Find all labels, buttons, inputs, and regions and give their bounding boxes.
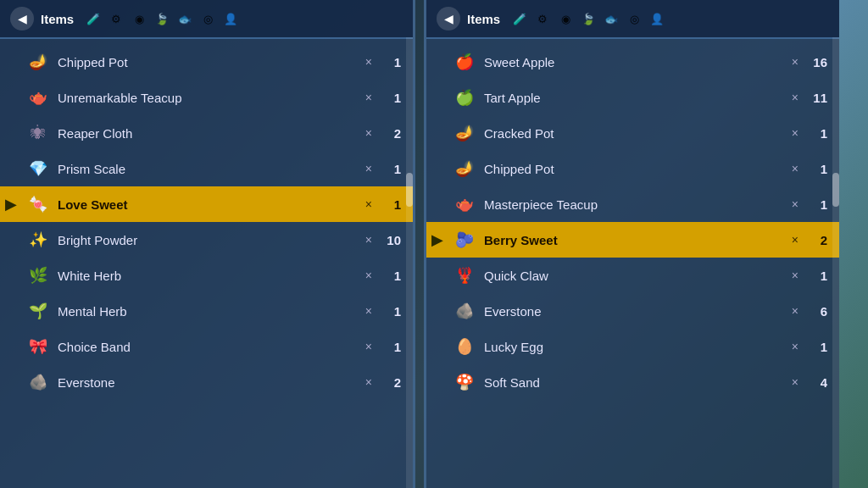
item-name: Soft Sand (484, 375, 792, 390)
item-icon: 🍏 (452, 85, 477, 110)
item-icon: 💎 (25, 156, 51, 181)
right-items-list: ▶🍎Sweet Apple×16▶🍏Tart Apple×11▶🪔Cracked… (426, 39, 839, 488)
item-count: 1 (807, 340, 827, 354)
list-item[interactable]: ▶🫖Masterpiece Teacup×1 (426, 186, 839, 222)
item-name: Everstone (484, 304, 792, 319)
left-panel-title: Items (41, 12, 74, 26)
item-multiply-sign: × (365, 197, 372, 211)
header-icon-berry[interactable]: 🍃 (153, 9, 171, 28)
list-item[interactable]: ▶🫐Berry Sweet×2 (426, 222, 839, 258)
item-icon: 🍄 (452, 369, 477, 395)
list-item[interactable]: ▶🎀Choice Band×1 (0, 329, 413, 364)
left-scrollbar[interactable] (406, 37, 413, 488)
item-multiply-sign: × (365, 375, 372, 389)
list-item[interactable]: ▶🪔Cracked Pot×1 (426, 115, 839, 151)
item-name: Cracked Pot (484, 126, 792, 141)
item-icon: 🕷 (25, 120, 51, 146)
list-item[interactable]: ▶🌱Mental Herb×1 (0, 293, 413, 329)
item-multiply-sign: × (365, 126, 372, 140)
item-name: Choice Band (58, 340, 365, 354)
item-multiply-sign: × (792, 162, 798, 175)
item-count: 1 (807, 162, 827, 176)
item-multiply-sign: × (365, 91, 372, 104)
selector-arrow-icon: ▶ (5, 195, 17, 214)
item-name: Chipped Pot (58, 55, 365, 69)
item-multiply-sign: × (365, 55, 372, 69)
right-scrollbar-thumb (832, 173, 839, 207)
item-count: 1 (807, 126, 827, 141)
item-multiply-sign: × (792, 91, 798, 104)
item-count: 2 (381, 375, 401, 390)
item-count: 1 (807, 197, 827, 212)
item-icon: 🍬 (25, 191, 51, 217)
item-multiply-sign: × (365, 304, 372, 318)
item-icon: 🦞 (452, 263, 477, 288)
list-item[interactable]: ▶🕷Reaper Cloth×2 (0, 115, 413, 151)
header-icon-gear[interactable]: ⚙ (107, 9, 125, 28)
item-icon: 🌱 (25, 298, 51, 324)
item-name: Mental Herb (58, 304, 365, 319)
right-back-button[interactable]: ◀ (437, 7, 460, 30)
item-name: Love Sweet (58, 197, 365, 212)
header-icon-fish[interactable]: 🐟 (175, 9, 194, 28)
item-icon: 🥚 (452, 334, 477, 359)
list-item[interactable]: ▶🍬Love Sweet×1 (0, 186, 413, 222)
left-back-button[interactable]: ◀ (10, 7, 34, 30)
item-count: 4 (807, 375, 827, 390)
list-item[interactable]: ▶🍄Soft Sand×4 (426, 364, 839, 400)
item-name: Prism Scale (58, 162, 365, 176)
item-icon: 🪨 (452, 298, 477, 324)
item-icon: 🪔 (25, 49, 51, 75)
left-items-list: ▶🪔Chipped Pot×1▶🫖Unremarkable Teacup×1▶🕷… (0, 39, 413, 488)
right-scrollbar[interactable] (832, 37, 839, 488)
item-name: Sweet Apple (484, 55, 792, 69)
item-count: 1 (381, 340, 401, 354)
right-header-icons: 🧪 ⚙ ◉ 🍃 🐟 ◎ 👤 (510, 9, 666, 28)
item-count: 1 (381, 269, 401, 283)
right-header-icon-person[interactable]: 👤 (648, 9, 666, 28)
list-item[interactable]: ▶🫖Unremarkable Teacup×1 (0, 80, 413, 115)
list-item[interactable]: ▶🍏Tart Apple×11 (426, 80, 839, 115)
item-multiply-sign: × (792, 375, 798, 389)
item-icon: 🪔 (452, 156, 477, 181)
right-panel-header: ◀ Items 🧪 ⚙ ◉ 🍃 🐟 ◎ 👤 (426, 0, 839, 39)
item-icon: 🫖 (25, 85, 51, 110)
right-header-icon-pokeball[interactable]: ◉ (556, 9, 575, 28)
item-name: Lucky Egg (484, 340, 792, 354)
item-multiply-sign: × (792, 55, 798, 69)
header-icon-medicine[interactable]: 🧪 (84, 9, 103, 28)
left-panel: ◀ Items 🧪 ⚙ ◉ 🍃 🐟 ◎ 👤 ▶🪔Chipped Pot×1▶🫖U… (0, 0, 415, 488)
item-multiply-sign: × (792, 340, 798, 353)
item-count: 2 (807, 233, 827, 247)
right-header-icon-fish[interactable]: 🐟 (602, 9, 620, 28)
item-name: Everstone (58, 375, 365, 390)
list-item[interactable]: ▶🪨Everstone×2 (0, 364, 413, 400)
selector-arrow-icon: ▶ (431, 230, 443, 249)
item-name: Unremarkable Teacup (58, 91, 365, 105)
list-item[interactable]: ▶🥚Lucky Egg×1 (426, 329, 839, 364)
list-item[interactable]: ▶🦞Quick Claw×1 (426, 258, 839, 293)
item-name: White Herb (58, 269, 365, 283)
list-item[interactable]: ▶🪨Everstone×6 (426, 293, 839, 329)
list-item[interactable]: ▶🪔Chipped Pot×1 (426, 151, 839, 186)
item-icon: 🫖 (452, 191, 477, 217)
header-icon-person[interactable]: 👤 (221, 9, 240, 28)
list-item[interactable]: ▶✨Bright Powder×10 (0, 222, 413, 258)
header-icon-circle[interactable]: ◎ (198, 9, 217, 28)
right-header-icon-gear[interactable]: ⚙ (533, 9, 552, 28)
list-item[interactable]: ▶🌿White Herb×1 (0, 258, 413, 293)
right-header-icon-circle[interactable]: ◎ (625, 9, 643, 28)
item-name: Bright Powder (58, 233, 365, 247)
item-count: 6 (807, 304, 827, 319)
item-multiply-sign: × (365, 269, 372, 282)
header-icon-pokeball[interactable]: ◉ (130, 9, 148, 28)
right-header-icon-medicine[interactable]: 🧪 (510, 9, 529, 28)
list-item[interactable]: ▶💎Prism Scale×1 (0, 151, 413, 186)
list-item[interactable]: ▶🍎Sweet Apple×16 (426, 44, 839, 80)
list-item[interactable]: ▶🪔Chipped Pot×1 (0, 44, 413, 80)
item-count: 1 (807, 269, 827, 283)
right-header-icon-berry[interactable]: 🍃 (579, 9, 598, 28)
item-name: Quick Claw (484, 269, 792, 283)
item-multiply-sign: × (792, 126, 798, 140)
item-multiply-sign: × (792, 233, 798, 247)
